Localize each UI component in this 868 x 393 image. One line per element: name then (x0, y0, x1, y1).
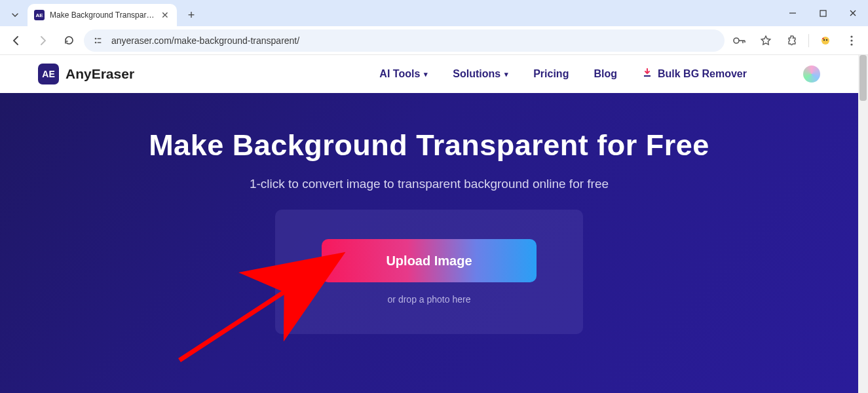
browser-toolbar: anyeraser.com/make-background-transparen… (0, 26, 868, 55)
user-avatar[interactable] (803, 66, 820, 83)
svg-rect-5 (98, 42, 102, 43)
chevron-down-icon: ▾ (424, 70, 428, 79)
svg-point-16 (850, 43, 852, 45)
extension-pinned-icon[interactable] (814, 29, 837, 52)
vertical-scrollbar[interactable] (858, 55, 868, 393)
upload-image-button[interactable]: Upload Image (322, 239, 537, 282)
tabs-dropdown-button[interactable] (5, 7, 25, 24)
tab-title: Make Background Transparent (50, 10, 155, 20)
browser-tab-strip: AE Make Background Transparent ✕ + (0, 0, 868, 26)
chrome-menu-button[interactable] (840, 29, 863, 52)
nav-label: Blog (594, 68, 617, 80)
nav-blog[interactable]: Blog (594, 68, 617, 80)
logo-badge: AE (38, 64, 59, 84)
toolbar-divider (808, 34, 809, 47)
upload-card[interactable]: Upload Image or drop a photo here (275, 210, 583, 334)
maximize-button[interactable] (808, 0, 838, 26)
back-button[interactable] (5, 29, 28, 52)
svg-point-10 (821, 37, 829, 45)
svg-point-6 (734, 38, 739, 43)
url-text: anyeraser.com/make-background-transparen… (111, 35, 715, 46)
hero-section: Make Background Transparent for Free 1-c… (0, 93, 858, 393)
svg-point-4 (95, 41, 97, 43)
hero-title: Make Background Transparent for Free (149, 128, 709, 162)
site-settings-icon[interactable] (93, 36, 105, 45)
new-tab-button[interactable]: + (182, 6, 200, 24)
svg-point-15 (850, 39, 852, 41)
svg-rect-1 (820, 10, 826, 16)
site-logo[interactable]: AE AnyEraser (38, 64, 134, 84)
nav-label: AI Tools (379, 68, 420, 80)
chevron-down-icon: ▾ (504, 70, 508, 79)
close-window-button[interactable] (838, 0, 868, 26)
drop-hint-text: or drop a photo here (388, 294, 471, 305)
logo-text: AnyEraser (66, 66, 134, 82)
address-bar[interactable]: anyeraser.com/make-background-transparen… (84, 29, 725, 52)
extensions-icon[interactable] (781, 29, 803, 52)
svg-point-14 (850, 35, 852, 37)
minimize-button[interactable] (778, 0, 808, 26)
nav-ai-tools[interactable]: AI Tools ▾ (379, 68, 428, 80)
page-content: AE AnyEraser AI Tools ▾ Solutions ▾ Pric… (0, 55, 858, 393)
bookmark-star-icon[interactable] (755, 29, 777, 52)
svg-point-12 (826, 39, 827, 40)
scrollbar-thumb[interactable] (859, 55, 867, 101)
nav-label: Solutions (453, 68, 500, 80)
svg-rect-3 (98, 38, 102, 39)
download-icon (642, 67, 652, 81)
tab-favicon: AE (34, 10, 45, 20)
reload-button[interactable] (58, 29, 80, 52)
tab-close-button[interactable]: ✕ (160, 10, 170, 20)
site-header: AE AnyEraser AI Tools ▾ Solutions ▾ Pric… (0, 55, 858, 93)
svg-point-11 (823, 39, 825, 40)
nav-solutions[interactable]: Solutions ▾ (453, 68, 508, 80)
browser-tab[interactable]: AE Make Background Transparent ✕ (28, 4, 177, 26)
window-controls (778, 0, 868, 26)
main-nav: AI Tools ▾ Solutions ▾ Pricing Blog (379, 66, 820, 83)
forward-button[interactable] (31, 29, 54, 52)
nav-label: Bulk BG Remover (658, 68, 747, 80)
hero-subtitle: 1-click to convert image to transparent … (250, 177, 609, 191)
nav-label: Pricing (533, 68, 569, 80)
nav-bulk-remover[interactable]: Bulk BG Remover (642, 67, 747, 81)
nav-pricing[interactable]: Pricing (533, 68, 569, 80)
password-key-icon[interactable] (728, 29, 751, 52)
svg-point-2 (95, 37, 97, 39)
